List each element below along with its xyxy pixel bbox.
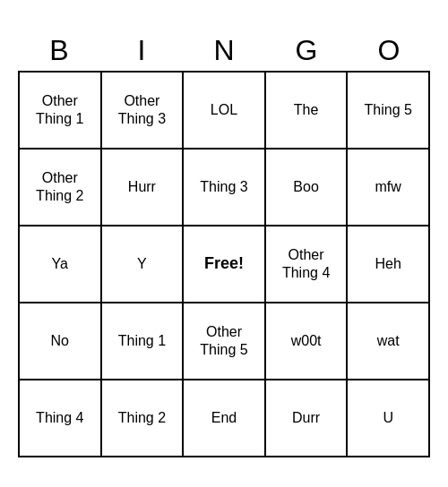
bingo-cell-3-3[interactable]: w00t [266,303,349,380]
bingo-cell-3-4[interactable]: wat [348,303,430,380]
bingo-cell-4-2[interactable]: End [184,380,266,457]
header-letter: N [183,30,265,71]
bingo-cell-1-1[interactable]: Hurr [102,150,185,226]
bingo-cell-3-0[interactable]: No [20,303,102,380]
bingo-cell-0-0[interactable]: Other Thing 1 [20,73,102,150]
bingo-cell-2-3[interactable]: Other Thing 4 [266,226,349,303]
bingo-cell-1-2[interactable]: Thing 3 [184,150,266,226]
bingo-cell-4-3[interactable]: Durr [266,380,349,457]
bingo-cell-4-1[interactable]: Thing 2 [102,380,185,457]
bingo-cell-0-4[interactable]: Thing 5 [348,73,430,150]
header-letter: G [265,30,348,71]
bingo-cell-0-1[interactable]: Other Thing 3 [102,73,185,150]
bingo-cell-1-4[interactable]: mfw [348,150,430,226]
bingo-header: BINGO [18,30,430,71]
header-letter: B [18,30,100,71]
bingo-cell-0-2[interactable]: LOL [184,73,266,150]
bingo-cell-3-2[interactable]: Other Thing 5 [184,303,266,380]
bingo-cell-0-3[interactable]: The [266,73,349,150]
header-letter: O [348,30,430,71]
bingo-cell-2-2[interactable]: Free! [184,226,266,303]
bingo-cell-4-0[interactable]: Thing 4 [20,380,102,457]
bingo-cell-2-1[interactable]: Y [102,226,185,303]
bingo-cell-2-4[interactable]: Heh [348,226,430,303]
bingo-cell-4-4[interactable]: U [348,380,430,457]
bingo-card: BINGO Other Thing 1Other Thing 3LOLTheTh… [9,21,439,466]
bingo-cell-3-1[interactable]: Thing 1 [102,303,185,380]
bingo-grid: Other Thing 1Other Thing 3LOLTheThing 5O… [18,71,430,457]
header-letter: I [100,30,183,71]
bingo-cell-1-3[interactable]: Boo [266,150,349,226]
bingo-cell-2-0[interactable]: Ya [20,226,102,303]
bingo-cell-1-0[interactable]: Other Thing 2 [20,150,102,226]
